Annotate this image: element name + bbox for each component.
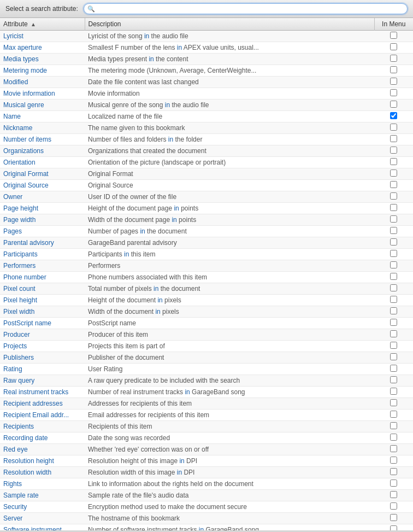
table-row[interactable]: PublishersPublisher of the document [0, 352, 413, 364]
inmenu-checkbox[interactable] [390, 192, 397, 200]
description-cell: Orientation of the picture (landscape or… [85, 157, 374, 168]
table-row[interactable]: Recipient addressesAddresses for recipie… [0, 398, 413, 410]
table-row[interactable]: Pixel countTotal number of pixels in the… [0, 283, 413, 295]
inmenu-checkbox[interactable] [390, 250, 397, 257]
description-cell: Number of files and folders in the folde… [85, 134, 374, 145]
col-header-inmenu[interactable]: In Menu [374, 18, 413, 31]
search-input[interactable] [97, 5, 404, 13]
inmenu-checkbox[interactable] [390, 525, 397, 530]
table-row[interactable]: Page heightHeight of the document page i… [0, 203, 413, 214]
table-row[interactable]: Pixel heightHeight of the document in pi… [0, 295, 413, 306]
table-row[interactable]: Recipient Email addr...Email addresses f… [0, 410, 413, 421]
inmenu-checkbox[interactable] [390, 365, 397, 372]
table-row[interactable]: LyricistLyricist of the song in the audi… [0, 31, 413, 42]
table-row[interactable]: Software instrument...Number of software… [0, 524, 413, 531]
col-header-description[interactable]: Description [85, 18, 374, 31]
table-row[interactable]: Recording dateDate the song was recorded [0, 432, 413, 444]
col-header-attribute[interactable]: Attribute ▲ [0, 18, 85, 31]
attribute-cell: Sample rate [0, 490, 85, 501]
table-row[interactable]: NicknameThe name given to this bookmark [0, 122, 413, 134]
inmenu-checkbox[interactable] [390, 55, 397, 62]
table-row[interactable]: ProducerProducer of this item [0, 329, 413, 341]
inmenu-checkbox[interactable] [390, 307, 397, 314]
inmenu-checkbox[interactable] [390, 215, 397, 223]
inmenu-checkbox[interactable] [390, 468, 397, 475]
inmenu-checkbox[interactable] [390, 514, 397, 521]
table-row[interactable]: PostScript namePostScript name [0, 318, 413, 329]
inmenu-checkbox[interactable] [390, 101, 397, 108]
table-row[interactable]: Original SourceOriginal Source [0, 180, 413, 191]
description-cell: Date the file content was last changed [85, 77, 374, 88]
inmenu-checkbox[interactable] [390, 457, 397, 464]
table-row[interactable]: Resolution widthResolution width of this… [0, 467, 413, 478]
inmenu-checkbox[interactable] [390, 434, 397, 441]
inmenu-checkbox[interactable] [390, 296, 397, 303]
description-cell: User ID of the owner of the file [85, 191, 374, 203]
inmenu-checkbox[interactable] [390, 376, 397, 383]
table-row[interactable]: Page widthWidth of the document page in … [0, 214, 413, 226]
inmenu-checkbox[interactable] [390, 32, 397, 39]
table-row[interactable]: ServerThe hostname of this bookmark [0, 513, 413, 524]
table-row[interactable]: RatingUser Rating [0, 364, 413, 375]
inmenu-checkbox[interactable] [390, 181, 397, 188]
table-row[interactable]: Max apertureSmallest F number of the len… [0, 42, 413, 54]
table-row[interactable]: Phone numberPhone numbers associated wit… [0, 272, 413, 283]
inmenu-checkbox[interactable] [390, 480, 397, 487]
inmenu-checkbox[interactable] [390, 388, 397, 395]
table-row[interactable]: RightsLink to information about the righ… [0, 478, 413, 490]
table-row[interactable]: Musical genreMusical genre of the song i… [0, 100, 413, 111]
inmenu-checkbox[interactable] [390, 124, 397, 131]
table-row[interactable]: Number of itemsNumber of files and folde… [0, 134, 413, 145]
inmenu-checkbox[interactable] [390, 147, 397, 154]
inmenu-checkbox[interactable] [390, 399, 397, 406]
table-row[interactable]: ModifiedDate the file content was last c… [0, 77, 413, 88]
table-row[interactable]: ProjectsProjects this item is part of [0, 341, 413, 352]
inmenu-checkbox[interactable] [390, 43, 397, 50]
inmenu-checkbox[interactable] [390, 89, 397, 96]
table-row[interactable]: Raw queryA raw query predicate to be inc… [0, 375, 413, 387]
table-row[interactable]: RecipientsRecipients of this item [0, 421, 413, 432]
inmenu-checkbox[interactable] [390, 445, 397, 452]
table-row[interactable]: PerformersPerformers [0, 260, 413, 272]
inmenu-checkbox[interactable] [390, 204, 397, 211]
table-row[interactable]: PagesNumber of pages in the document [0, 226, 413, 237]
table-row[interactable]: Movie informationMovie information [0, 88, 413, 100]
inmenu-checkbox[interactable] [390, 169, 397, 177]
inmenu-checkbox[interactable] [390, 491, 397, 498]
table-row[interactable]: SecurityEncryption method used to make t… [0, 501, 413, 513]
table-row[interactable]: Red eyeWhether 'red eye' correction was … [0, 444, 413, 455]
inmenu-checkbox[interactable] [390, 158, 397, 165]
inmenu-checkbox[interactable] [390, 330, 397, 337]
table-row[interactable]: Media typesMedia types present in the co… [0, 54, 413, 65]
table-row[interactable]: Parental advisoryGarageBand parental adv… [0, 237, 413, 249]
inmenu-checkbox[interactable] [390, 319, 397, 326]
inmenu-checkbox[interactable] [390, 502, 397, 510]
table-row[interactable]: OrganizationsOrganizations that created … [0, 145, 413, 157]
inmenu-checkbox[interactable] [390, 261, 397, 268]
inmenu-checkbox[interactable] [390, 422, 397, 429]
inmenu-checkbox[interactable] [390, 284, 397, 291]
table-row[interactable]: Pixel widthWidth of the document in pixe… [0, 306, 413, 318]
table-row[interactable]: OwnerUser ID of the owner of the file [0, 191, 413, 203]
inmenu-checkbox[interactable] [390, 66, 397, 73]
table-row[interactable]: OrientationOrientation of the picture (l… [0, 157, 413, 168]
inmenu-checkbox[interactable] [390, 411, 397, 418]
inmenu-cell [374, 31, 413, 42]
table-row[interactable]: Sample rateSample rate of the file's aud… [0, 490, 413, 501]
description-cell: Resolution width of this image in DPI [85, 467, 374, 478]
table-row[interactable]: NameLocalized name of the file [0, 111, 413, 122]
inmenu-checkbox[interactable] [390, 238, 397, 245]
inmenu-checkbox[interactable] [390, 135, 397, 142]
inmenu-checkbox[interactable] [390, 78, 397, 85]
inmenu-checkbox[interactable] [390, 273, 397, 280]
inmenu-checkbox[interactable] [390, 227, 397, 234]
table-row[interactable]: Real instrument tracksNumber of real ins… [0, 387, 413, 398]
table-row[interactable]: Original FormatOriginal Format [0, 168, 413, 180]
inmenu-checkbox[interactable] [390, 112, 397, 119]
table-row[interactable]: ParticipantsParticipants in this item [0, 249, 413, 260]
table-row[interactable]: Metering modeThe metering mode (Unknown,… [0, 65, 413, 77]
table-row[interactable]: Resolution heightResolution height of th… [0, 455, 413, 467]
inmenu-checkbox[interactable] [390, 353, 397, 360]
inmenu-checkbox[interactable] [390, 342, 397, 349]
inmenu-cell [374, 203, 413, 214]
